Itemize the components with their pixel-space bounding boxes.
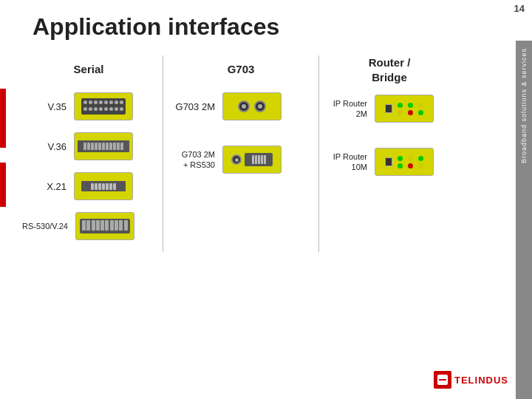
svg-rect-1 — [439, 379, 446, 381]
v35-module — [74, 92, 133, 120]
router-header: Router /Bridge — [369, 55, 411, 84]
led-yellow-4 — [418, 163, 423, 168]
column-divider-2 — [318, 55, 319, 252]
led-green-6 — [418, 156, 423, 161]
led-green-2 — [408, 103, 413, 108]
bnc-inner-1 — [242, 104, 246, 109]
g703-2m-module — [222, 92, 282, 120]
list-item: V.35 — [22, 92, 155, 120]
rs530-module — [75, 212, 134, 240]
brand-text: Broadband solutions & services — [520, 48, 528, 163]
led-red-2 — [408, 163, 413, 168]
telindus-icon-svg — [436, 373, 449, 386]
serial-column: Serial V.35 V.36 — [22, 55, 155, 252]
g703-rs530-connector — [231, 153, 273, 166]
ip-router-10m-label: IP Router10M — [327, 151, 367, 173]
right-sidebar: 11/23/2020 Broadband solutions & service… — [516, 41, 532, 399]
led-row-5 — [408, 156, 413, 168]
led-green-3 — [418, 110, 423, 115]
list-item: G703 2M — [171, 92, 311, 120]
led-red-1 — [408, 110, 413, 115]
list-item: V.36 — [22, 132, 155, 160]
g703-2m-label: G703 2M — [171, 101, 215, 112]
list-item: IP Router2M — [327, 95, 452, 123]
rs530-label: RS-530/V.24 — [22, 222, 68, 231]
ip-router-2m-label: IP Router2M — [327, 98, 367, 120]
g703-column: G703 G703 2M G703 2M+ RS530 — [171, 55, 311, 252]
g703-connector — [238, 100, 266, 112]
led-row-3 — [418, 103, 423, 115]
bnc-connector-2 — [254, 100, 266, 112]
bnc-connector-1 — [238, 100, 250, 112]
list-item: RS-530/V.24 — [22, 212, 155, 240]
x21-module — [74, 172, 133, 200]
left-accent-bar — [0, 89, 6, 148]
led-green-5 — [398, 163, 403, 168]
v35-label: V.35 — [22, 101, 66, 112]
ip-router-10m-module — [375, 148, 434, 176]
bnc-inner-2 — [258, 104, 262, 109]
ip-router-2m-module — [375, 95, 434, 123]
router-column: Router /Bridge IP Router2M — [327, 55, 452, 252]
bnc-inner-3 — [235, 158, 239, 162]
rj45-port-1 — [385, 104, 392, 113]
telindus-logo-icon — [434, 371, 451, 389]
led-row-6 — [418, 156, 423, 168]
ip-router-10m-connector — [385, 156, 423, 168]
rs530-connector — [80, 219, 130, 233]
telindus-logo-text: TELINDUS — [454, 375, 508, 386]
v36-label: V.36 — [22, 141, 66, 152]
ip-router-2m-connector — [385, 103, 423, 115]
x21-connector — [81, 181, 126, 191]
list-item: G703 2M+ RS530 — [171, 146, 311, 174]
v36-module — [74, 132, 133, 160]
left-accent-bar2 — [0, 163, 6, 207]
x21-label: X.21 — [22, 181, 66, 192]
g703-rs530-module — [222, 146, 282, 174]
led-green-1 — [398, 103, 403, 108]
led-green-4 — [398, 156, 403, 161]
v35-connector — [81, 98, 126, 115]
bnc-connector-3 — [231, 154, 242, 165]
telindus-logo: TELINDUS — [434, 371, 508, 389]
g703-rs530-label: G703 2M+ RS530 — [171, 149, 215, 171]
v36-connector — [78, 140, 129, 152]
page-title: Application interfaces — [0, 0, 532, 48]
column-divider-1 — [163, 55, 163, 252]
dsub-connector — [245, 153, 273, 166]
led-yellow-3 — [408, 156, 413, 161]
list-item: IP Router10M — [327, 148, 452, 176]
serial-header: Serial — [74, 55, 104, 82]
led-yellow-1 — [398, 110, 403, 115]
date-text: 11/23/2020 — [508, 85, 516, 129]
led-yellow-2 — [418, 103, 423, 108]
led-row-1 — [398, 103, 403, 115]
g703-header: G703 — [228, 55, 255, 82]
rj45-port-2 — [385, 157, 392, 166]
page-number: 14 — [514, 3, 525, 14]
list-item: X.21 — [22, 172, 155, 200]
led-row-4 — [398, 156, 403, 168]
main-content: Serial V.35 V.36 — [0, 55, 532, 252]
led-row-2 — [408, 103, 413, 115]
